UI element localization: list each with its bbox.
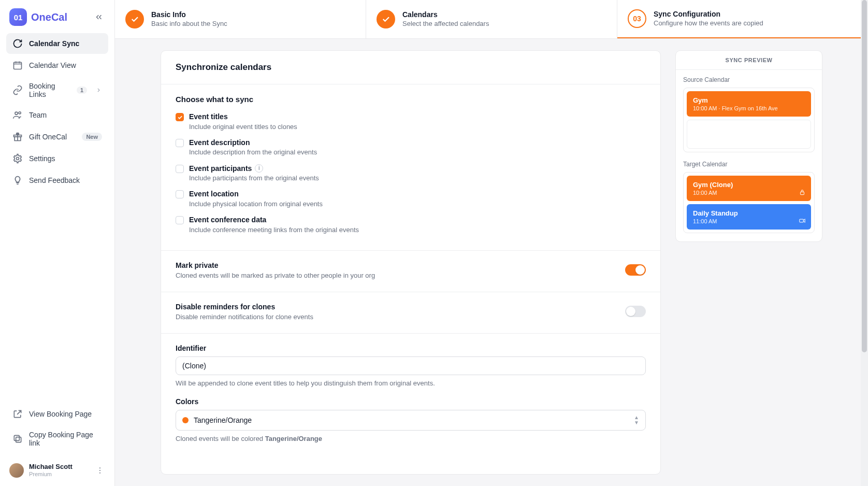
info-icon[interactable]: i [255, 164, 263, 173]
checkbox[interactable] [176, 139, 184, 147]
checkbox[interactable] [176, 113, 184, 121]
field-label: Identifier [176, 344, 646, 352]
nav-label: Booking Links [29, 82, 70, 98]
nav-booking-links[interactable]: Booking Links 1 [6, 77, 108, 104]
preview-header: SYNC PREVIEW [676, 51, 822, 70]
nav-copy-booking-page-link[interactable]: Copy Booking Page link [6, 425, 108, 452]
check-sublabel: Include participants from the original e… [189, 174, 319, 183]
more-vertical-icon [96, 466, 104, 475]
checkbox[interactable] [176, 190, 184, 198]
field-label: Colors [176, 397, 646, 406]
nav-label: Settings [29, 154, 55, 163]
sidebar-nav: Calendar Sync Calendar View Booking Link… [6, 33, 108, 404]
panel-title: Synchronize calendars [161, 51, 660, 84]
nav-label: Send Feedback [29, 176, 80, 184]
svg-point-8 [99, 467, 100, 468]
step-sync-configuration[interactable]: 03 Sync Configuration Configure how the … [617, 0, 868, 38]
step-subtitle: Basic info about the Sync [151, 20, 227, 28]
color-swatch [182, 417, 189, 423]
svg-rect-7 [14, 436, 19, 441]
video-icon [799, 217, 806, 224]
step-indicator-done [377, 10, 395, 28]
nav-label: Team [29, 111, 47, 119]
check-event-participants[interactable]: Event participants i Include participant… [176, 161, 646, 187]
svg-rect-11 [801, 192, 804, 194]
nav-team[interactable]: Team [6, 105, 108, 125]
lock-icon [799, 189, 806, 196]
nav-settings[interactable]: Settings [6, 148, 108, 169]
toggle-subtitle: Cloned events will be marked as private … [176, 271, 375, 279]
step-indicator-done [125, 10, 144, 28]
field-help: Cloned events will be colored Tangerine/… [176, 435, 646, 442]
scrollbar-thumb[interactable] [862, 0, 867, 352]
check-event-description[interactable]: Event description Include description fr… [176, 135, 646, 161]
users-icon [12, 110, 23, 120]
check-event-location[interactable]: Event location Include physical location… [176, 186, 646, 212]
nav-view-booking-page[interactable]: View Booking Page [6, 404, 108, 424]
nav-send-feedback[interactable]: Send Feedback [6, 170, 108, 191]
toggle-row: Mark private Cloned events will be marke… [176, 261, 646, 279]
refresh-icon [12, 38, 23, 49]
check-label: Event conference data [189, 215, 359, 225]
stepper: Basic Info Basic info about the Sync Cal… [115, 0, 868, 39]
brand-name: OneCal [31, 11, 67, 23]
config-panel: Synchronize calendars Choose what to syn… [161, 50, 661, 475]
source-event: Gym 10:00 AM · Flex Gym on 16th Ave [687, 91, 811, 117]
user-plan: Premium [29, 471, 73, 478]
avatar[interactable] [9, 463, 24, 478]
toggle-row: Disable reminders for clones Disable rem… [176, 303, 646, 321]
colors-select[interactable]: Tangerine/Orange ▲▼ [176, 410, 646, 431]
check-text: Event titles Include original event titl… [189, 112, 297, 132]
nav-label: Copy Booking Page link [29, 431, 102, 447]
preview-panel: SYNC PREVIEW Source Calendar Gym 10:00 A… [675, 50, 822, 242]
toggle-subtitle: Disable reminder notifications for clone… [176, 313, 313, 321]
nav-calendar-view[interactable]: Calendar View [6, 55, 108, 76]
check-text: Event description Include description fr… [189, 138, 317, 158]
step-indicator-pending: 03 [628, 9, 646, 28]
nav-gift-onecal[interactable]: Gift OneCal New [6, 126, 108, 147]
preview-source: Source Calendar Gym 10:00 AM · Flex Gym … [676, 70, 822, 161]
toggle-knob [635, 265, 645, 275]
toggle-disable-reminders[interactable] [625, 306, 646, 317]
calendar-icon [12, 60, 23, 70]
step-subtitle: Select the affected calendars [402, 20, 489, 28]
external-link-icon [12, 409, 23, 419]
toggle-knob [626, 307, 635, 316]
sidebar-bottom: View Booking Page Copy Booking Page link… [6, 404, 108, 478]
sidebar-user: Michael Scott Premium [6, 458, 108, 478]
event-empty-slot [687, 120, 811, 149]
preview-target: Target Calendar Gym (Clone) 10:00 AM Dai… [676, 161, 822, 241]
step-text: Basic Info Basic info about the Sync [151, 10, 227, 28]
toggle-text: Disable reminders for clones Disable rem… [176, 303, 313, 321]
link-icon [12, 85, 23, 95]
select-arrows-icon: ▲▼ [634, 415, 639, 425]
toggle-mark-private[interactable] [625, 264, 646, 276]
field-help: Will be appended to clone event titles t… [176, 379, 646, 387]
checkbox[interactable] [176, 216, 184, 224]
user-menu-button[interactable] [95, 465, 105, 476]
event-subtitle: 10:00 AM · Flex Gym on 16th Ave [693, 105, 805, 111]
event-subtitle: 11:00 AM [693, 218, 805, 224]
identifier-input[interactable] [176, 356, 646, 375]
step-basic-info[interactable]: Basic Info Basic info about the Sync [115, 0, 366, 38]
check-text: Event participants i Include participant… [189, 164, 319, 183]
check-event-conference-data[interactable]: Event conference data Include conference… [176, 212, 646, 238]
check-label: Event description [189, 138, 317, 148]
step-calendars[interactable]: Calendars Select the affected calendars [366, 0, 617, 38]
section-colors: Colors Tangerine/Orange ▲▼ Cloned events… [161, 395, 660, 455]
copy-icon [12, 434, 23, 444]
lightbulb-icon [12, 175, 23, 185]
preview-section-label: Source Calendar [683, 76, 815, 83]
select-value: Tangerine/Orange [194, 416, 252, 424]
target-calendar-card: Gym (Clone) 10:00 AM Daily Standup 11:00… [683, 172, 815, 233]
main: Basic Info Basic info about the Sync Cal… [115, 0, 868, 486]
check-event-titles[interactable]: Event titles Include original event titl… [176, 109, 646, 135]
chevron-right-icon [95, 87, 102, 94]
check-sublabel: Include physical location from original … [189, 199, 323, 209]
checkbox[interactable] [176, 165, 184, 173]
sidebar-collapse-button[interactable] [93, 11, 105, 23]
scrollbar[interactable] [861, 0, 868, 486]
brand-logo[interactable]: 01 OneCal [9, 8, 67, 26]
nav-calendar-sync[interactable]: Calendar Sync [6, 33, 108, 54]
check-label-text: Event participants [189, 164, 252, 174]
